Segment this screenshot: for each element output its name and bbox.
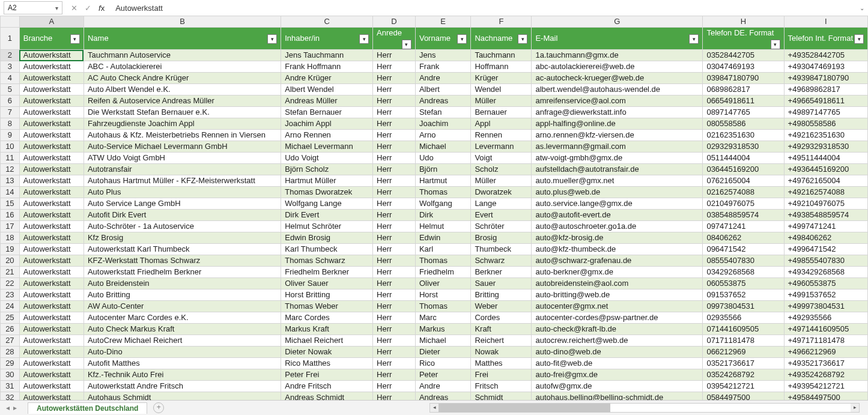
column-header[interactable]: A [19, 16, 83, 28]
cell[interactable]: 066212969 [703, 347, 784, 358]
cell[interactable]: Stefan [415, 107, 470, 118]
cell[interactable]: Lange [471, 198, 532, 210]
cell[interactable]: +4936445169200 [784, 164, 867, 175]
cell[interactable]: 02104976075 [703, 198, 784, 210]
cell[interactable]: Herr [373, 175, 416, 187]
cell[interactable]: Nowak [471, 347, 532, 358]
cell[interactable]: 0762165004 [703, 175, 784, 187]
scroll-right-icon[interactable]: ▸ [851, 404, 859, 412]
cell[interactable]: +4939847180790 [784, 73, 867, 84]
cell[interactable]: Auto-Service Michael Levermann GmbH [83, 141, 281, 153]
cell[interactable]: autohaus.belling@belling-schmidt.de [532, 392, 703, 401]
cell[interactable]: Arno Rennen [281, 130, 373, 141]
cell[interactable]: Udo Voigt [281, 153, 373, 164]
cell[interactable]: albert.wendel@autohaus-wendel.de [532, 84, 703, 95]
expand-formula-bar-icon[interactable]: ⌄ [856, 5, 868, 11]
cell[interactable]: Autowerkstatt [19, 187, 83, 198]
cell[interactable]: Weber [471, 301, 532, 312]
row-header[interactable]: 24 [1, 301, 20, 312]
cell[interactable]: Horst [415, 289, 470, 301]
cell[interactable]: Auto-Schröter - 1a Autoservice [83, 221, 281, 232]
cell[interactable]: Autowerkstatt [19, 50, 83, 61]
cell[interactable]: Autowerkstatt [19, 301, 83, 312]
cell[interactable]: Peter [415, 369, 470, 381]
cell[interactable]: Jens [415, 50, 470, 61]
table-header-cell[interactable]: Inhaber/in▾ [281, 28, 373, 50]
cell[interactable]: Voigt [471, 153, 532, 164]
cell[interactable]: Tauchmann Autoservice [83, 50, 281, 61]
cell[interactable]: +498555407830 [784, 255, 867, 267]
cell[interactable]: +4966212969 [784, 347, 867, 358]
cell[interactable]: Herr [373, 141, 416, 153]
sheet-tab-active[interactable]: Autowerkstätten Deutschland [28, 402, 147, 414]
cell[interactable]: Andre Fritsch [281, 381, 373, 392]
cell[interactable]: Autowerkstatt [19, 358, 83, 369]
cell[interactable]: Björn Scholz [281, 164, 373, 175]
cell[interactable]: 096471542 [703, 244, 784, 255]
cell[interactable]: 039847180790 [703, 73, 784, 84]
cell[interactable]: +493047469193 [784, 61, 867, 73]
column-header[interactable]: B [83, 16, 281, 28]
cell[interactable]: 0897147765 [703, 107, 784, 118]
cell[interactable]: Kfz.-Technik Auto Frei [83, 369, 281, 381]
cell[interactable]: Tauchmann [471, 50, 532, 61]
cell[interactable]: Peter Frei [281, 369, 373, 381]
tab-first-icon[interactable]: ◂ [6, 404, 10, 412]
cell[interactable]: Wendel [471, 84, 532, 95]
table-header-cell[interactable]: Branche▾ [19, 28, 83, 50]
row-header[interactable]: 12 [1, 164, 20, 175]
cell[interactable]: Oliver [415, 278, 470, 289]
cell[interactable]: +4960553875 [784, 278, 867, 289]
cell[interactable]: 038548859574 [703, 210, 784, 221]
cell[interactable]: Dirk Evert [281, 210, 373, 221]
cell[interactable]: +492935566 [784, 312, 867, 324]
cell[interactable]: Herr [373, 61, 416, 73]
cell[interactable]: 03954212721 [703, 381, 784, 392]
cell[interactable]: Herr [373, 95, 416, 107]
cell[interactable]: Autowerkstatt [19, 141, 83, 153]
table-header-cell[interactable]: Nachname▾ [471, 28, 532, 50]
cell[interactable]: auto-frei@gmx.de [532, 369, 703, 381]
cell[interactable]: Herr [373, 187, 416, 198]
cell[interactable]: 08555407830 [703, 255, 784, 267]
cell[interactable]: 1a.tauchmann@gmx.de [532, 50, 703, 61]
cell[interactable]: auto-dino@web.de [532, 347, 703, 358]
cell[interactable]: Herr [373, 369, 416, 381]
cell[interactable]: Karl [415, 244, 470, 255]
cell[interactable]: +497171181478 [784, 335, 867, 347]
row-header[interactable]: 3 [1, 61, 20, 73]
cell[interactable]: Frank [415, 61, 470, 73]
cell[interactable]: Hoffmann [471, 61, 532, 73]
cell[interactable]: Schwarz [471, 255, 532, 267]
cell[interactable]: +4996471542 [784, 244, 867, 255]
table-header-cell[interactable]: E-Mail▾ [532, 28, 703, 50]
cell[interactable]: Friedhelm [415, 267, 470, 278]
table-header-cell[interactable]: Name▾ [83, 28, 281, 50]
fx-icon[interactable]: fx [99, 4, 105, 13]
cell[interactable]: auto-fit@web.de [532, 358, 703, 369]
cell[interactable]: Thomas [415, 255, 470, 267]
cell[interactable]: Thomas Schwarz [281, 255, 373, 267]
cell[interactable]: auto@autoschroeter.go1a.de [532, 221, 703, 232]
cell[interactable]: as.levermann@gmail.com [532, 141, 703, 153]
cell[interactable]: Friedhelm Berkner [281, 267, 373, 278]
cell[interactable]: Herr [373, 232, 416, 244]
cell[interactable]: Autowerkstatt Karl Thumbeck [83, 244, 281, 255]
cell[interactable]: Michael [415, 141, 470, 153]
cell[interactable]: Hartmut Müller [281, 175, 373, 187]
cell[interactable]: ATW Udo Voigt GmbH [83, 153, 281, 164]
cell[interactable]: Marc Cordes [281, 312, 373, 324]
cell[interactable]: Herr [373, 84, 416, 95]
cell[interactable]: AutoCrew Michael Reichert [83, 335, 281, 347]
cell[interactable]: +4938548859574 [784, 210, 867, 221]
cell[interactable]: Autowerkstatt [19, 221, 83, 232]
cell[interactable]: autocenter-cordes@psw-partner.de [532, 312, 703, 324]
cell[interactable]: Autowerkstatt Andre Fritsch [83, 381, 281, 392]
cell[interactable]: Markus [415, 324, 470, 335]
cell[interactable]: Autowerkstatt [19, 232, 83, 244]
cell[interactable]: Appl [471, 118, 532, 130]
cell[interactable]: 029329318530 [703, 141, 784, 153]
cell[interactable]: Andreas [415, 392, 470, 401]
cell[interactable]: Autowerkstatt [19, 61, 83, 73]
cell[interactable]: 02935566 [703, 312, 784, 324]
